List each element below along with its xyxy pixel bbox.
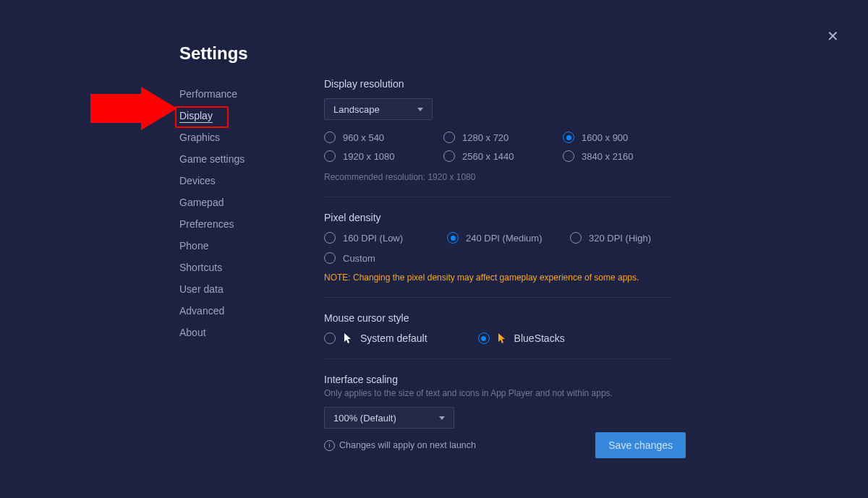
mouse-cursor-heading: Mouse cursor style [324,312,671,324]
chevron-down-icon [417,108,423,111]
section-divider [324,359,671,359]
interface-scaling-value: 100% (Default) [333,413,396,424]
close-icon[interactable]: ✕ [827,29,839,43]
sidebar-item-game-settings[interactable]: Game settings [179,148,281,170]
interface-scaling-description: Only applies to the size of text and ico… [324,388,671,398]
dpi-option-custom[interactable]: Custom [324,252,447,264]
settings-sidebar: Performance Display Graphics Game settin… [179,83,281,343]
sidebar-item-performance[interactable]: Performance [179,83,281,105]
info-icon: i [324,440,335,451]
save-changes-button[interactable]: Save changes [595,432,686,458]
pixel-density-note: NOTE: Changing the pixel density may aff… [324,272,671,283]
interface-scaling-select[interactable]: 100% (Default) [324,407,454,429]
orientation-select-value: Landscape [333,104,380,115]
display-resolution-heading: Display resolution [324,78,671,90]
sidebar-item-gamepad[interactable]: Gamepad [179,192,281,213]
svg-marker-0 [90,87,177,130]
resolution-option-960x540[interactable]: 960 x 540 [324,132,443,143]
sidebar-item-shortcuts[interactable]: Shortcuts [179,257,281,278]
sidebar-item-phone[interactable]: Phone [179,235,281,257]
sidebar-item-about[interactable]: About [179,322,281,343]
interface-scaling-heading: Interface scaling [324,374,671,385]
sidebar-item-graphics[interactable]: Graphics [179,126,281,148]
cursor-option-bluestacks[interactable]: BlueStacks [478,332,565,344]
annotation-arrow [90,87,177,130]
resolution-option-1600x900[interactable]: 1600 x 900 [563,132,682,143]
pixel-density-heading: Pixel density [324,212,671,223]
sidebar-item-user-data[interactable]: User data [179,278,281,300]
chevron-down-icon [439,416,445,420]
sidebar-item-devices[interactable]: Devices [179,170,281,192]
resolution-option-2560x1440[interactable]: 2560 x 1440 [443,150,563,162]
sidebar-item-preferences[interactable]: Preferences [179,213,281,235]
orientation-select[interactable]: Landscape [324,98,433,120]
resolution-option-1280x720[interactable]: 1280 x 720 [443,132,563,143]
resolution-option-1920x1080[interactable]: 1920 x 1080 [324,150,443,162]
section-divider [324,197,671,197]
sidebar-item-advanced[interactable]: Advanced [179,300,281,322]
cursor-bluestacks-icon [497,332,507,344]
cursor-option-system-default[interactable]: System default [324,332,427,344]
launch-note: i Changes will apply on next launch [324,440,476,451]
dpi-option-320[interactable]: 320 DPI (High) [570,232,686,244]
dpi-option-160[interactable]: 160 DPI (Low) [324,232,447,244]
sidebar-item-display[interactable]: Display [179,105,281,126]
recommended-resolution-label: Recommended resolution: 1920 x 1080 [324,172,671,182]
resolution-option-3840x2160[interactable]: 3840 x 2160 [563,150,682,162]
cursor-system-icon [343,332,353,344]
page-title: Settings [179,43,248,64]
section-divider [324,297,671,298]
dpi-option-240[interactable]: 240 DPI (Medium) [447,232,570,244]
